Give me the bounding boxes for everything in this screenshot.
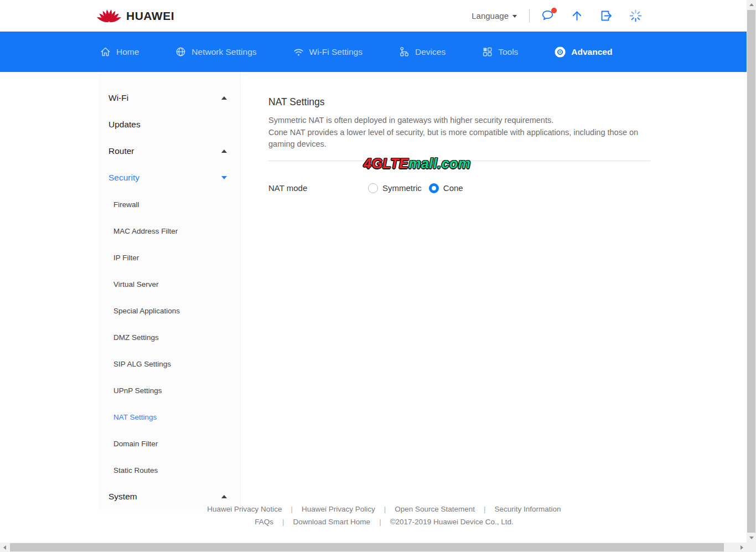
nav-item-label: Wi-Fi Settings — [309, 47, 363, 57]
sidebar-item-router[interactable]: Router — [99, 138, 240, 164]
home-icon — [100, 46, 111, 58]
nav-item-label: Home — [116, 47, 139, 57]
chevron-down-icon — [221, 176, 227, 179]
sidebar-item-label: IP Filter — [113, 254, 139, 262]
brand: HUAWEI — [97, 8, 174, 24]
nav-item-devices[interactable]: Devices — [398, 46, 446, 58]
sidebar-item-label: Domain Filter — [113, 440, 158, 448]
brand-text: HUAWEI — [126, 9, 174, 23]
header-controls: Language — [472, 8, 643, 23]
scroll-up-arrow-icon — [749, 3, 754, 6]
nav-item-network-settings[interactable]: Network Settings — [175, 46, 256, 58]
nav-item-label: Network Settings — [191, 47, 256, 57]
footer-link-huawei-privacy-notice[interactable]: Huawei Privacy Notice — [207, 505, 282, 513]
page-footer: Huawei Privacy Notice|Huawei Privacy Pol… — [99, 503, 670, 528]
sidebar-item-mac-address-filter[interactable]: MAC Address Filter — [99, 218, 240, 244]
sidebar-item-label: SIP ALG Settings — [113, 360, 171, 368]
logout-button[interactable] — [599, 8, 614, 23]
footer-link-download-smart-home[interactable]: Download Smart Home — [293, 518, 371, 526]
nav-item-label: Devices — [415, 47, 446, 57]
radio-option-symmetric[interactable]: Symmetric — [368, 183, 422, 193]
sidebar-item-label: UPnP Settings — [113, 386, 162, 395]
sidebar-item-wifi[interactable]: Wi-Fi — [99, 85, 240, 111]
sidebar-item-label: Security — [108, 173, 139, 183]
horizontal-scrollbar[interactable] — [0, 543, 747, 552]
footer-link-huawei-privacy-policy[interactable]: Huawei Privacy Policy — [302, 505, 375, 513]
nav-item-advanced[interactable]: Advanced — [554, 46, 612, 58]
scroll-right-arrow-icon — [741, 545, 743, 550]
sidebar: Wi-Fi Updates Router Security Firewall M… — [99, 72, 241, 510]
sidebar-item-upnp-settings[interactable]: UPnP Settings — [99, 377, 240, 404]
update-button[interactable] — [569, 8, 584, 23]
up-arrow-icon — [569, 8, 584, 23]
nav-item-label: Advanced — [571, 47, 612, 57]
horizontal-scroll-thumb[interactable] — [10, 543, 724, 551]
scrollbar-corner — [747, 543, 756, 552]
footer-row-1: Huawei Privacy Notice|Huawei Privacy Pol… — [99, 503, 670, 515]
scroll-down-button[interactable] — [747, 533, 756, 543]
huawei-logo-icon — [97, 8, 121, 24]
sidebar-item-special-applications[interactable]: Special Applications — [99, 297, 240, 324]
vertical-scroll-thumb[interactable] — [747, 10, 755, 533]
sidebar-item-label: NAT Settings — [113, 413, 157, 421]
feedback-chat-button[interactable] — [540, 8, 555, 23]
notification-dot — [551, 8, 557, 13]
scroll-down-arrow-icon — [749, 536, 754, 539]
globe-icon — [175, 46, 187, 58]
footer-link-faqs[interactable]: FAQs — [255, 518, 273, 526]
sidebar-item-domain-filter[interactable]: Domain Filter — [99, 430, 240, 457]
sidebar-item-label: DMZ Settings — [113, 333, 159, 342]
description-line-1: Symmetric NAT is often deployed in gatew… — [268, 115, 650, 127]
sidebar-item-nat-settings[interactable]: NAT Settings — [99, 404, 240, 430]
loading-button[interactable] — [628, 8, 643, 23]
radio-selected-icon — [429, 183, 439, 193]
loading-spinner-icon — [628, 8, 643, 23]
main-content: NAT Settings Symmetric NAT is often depl… — [268, 72, 650, 193]
divider-wrap: 4GLTEmall.com — [268, 161, 650, 161]
tools-icon — [481, 46, 493, 58]
sidebar-item-label: Firewall — [113, 200, 139, 209]
radio-unselected-icon — [368, 183, 378, 193]
footer-separator: | — [484, 505, 486, 513]
radio-label: Cone — [443, 183, 463, 193]
sidebar-item-static-routes[interactable]: Static Routes — [99, 457, 240, 483]
vertical-scrollbar[interactable] — [747, 0, 756, 543]
nav-item-label: Tools — [498, 47, 518, 57]
radio-option-cone[interactable]: Cone — [429, 183, 463, 193]
nav-item-tools[interactable]: Tools — [481, 46, 518, 58]
sidebar-item-firewall[interactable]: Firewall — [99, 191, 240, 218]
nav-item-wifi-settings[interactable]: Wi-Fi Settings — [293, 46, 363, 58]
sidebar-item-label: Wi-Fi — [108, 93, 128, 103]
nat-mode-label: NAT mode — [268, 183, 368, 193]
footer-link-open-source-statement[interactable]: Open Source Statement — [395, 505, 475, 513]
footer-separator: | — [379, 518, 381, 526]
scroll-up-button[interactable] — [747, 0, 756, 9]
language-dropdown[interactable]: Language — [472, 11, 517, 20]
watermark: 4GLTEmall.com — [364, 156, 471, 172]
footer-link-security-information[interactable]: Security Information — [495, 505, 561, 513]
sidebar-item-label: Updates — [108, 120, 141, 130]
scroll-left-button[interactable] — [0, 543, 9, 552]
devices-icon — [398, 46, 410, 58]
sidebar-item-label: Router — [108, 146, 134, 156]
sidebar-item-label: Special Applications — [113, 307, 180, 315]
main-navbar: Home Network Settings Wi-Fi Settings Dev… — [0, 32, 747, 72]
sidebar-item-security[interactable]: Security — [99, 164, 240, 191]
sidebar-item-updates[interactable]: Updates — [99, 111, 240, 138]
wifi-icon — [293, 46, 304, 58]
chevron-up-icon — [221, 96, 227, 100]
footer-separator: | — [291, 505, 293, 513]
page-title: NAT Settings — [268, 96, 650, 108]
scroll-right-button[interactable] — [737, 543, 747, 552]
sidebar-item-virtual-server[interactable]: Virtual Server — [99, 271, 240, 297]
language-label: Language — [472, 11, 509, 20]
sidebar-item-ip-filter[interactable]: IP Filter — [99, 244, 240, 271]
sidebar-item-label: Virtual Server — [113, 280, 159, 288]
sidebar-item-dmz-settings[interactable]: DMZ Settings — [99, 324, 240, 350]
sidebar-item-sip-alg-settings[interactable]: SIP ALG Settings — [99, 350, 240, 377]
nav-item-home[interactable]: Home — [100, 46, 139, 58]
watermark-text-green: mall.com — [408, 156, 470, 171]
watermark-text-red: 4GLTE — [364, 156, 408, 171]
footer-copyright: ©2017-2019 Huawei Device Co., Ltd. — [390, 518, 514, 526]
header-divider — [529, 9, 530, 23]
